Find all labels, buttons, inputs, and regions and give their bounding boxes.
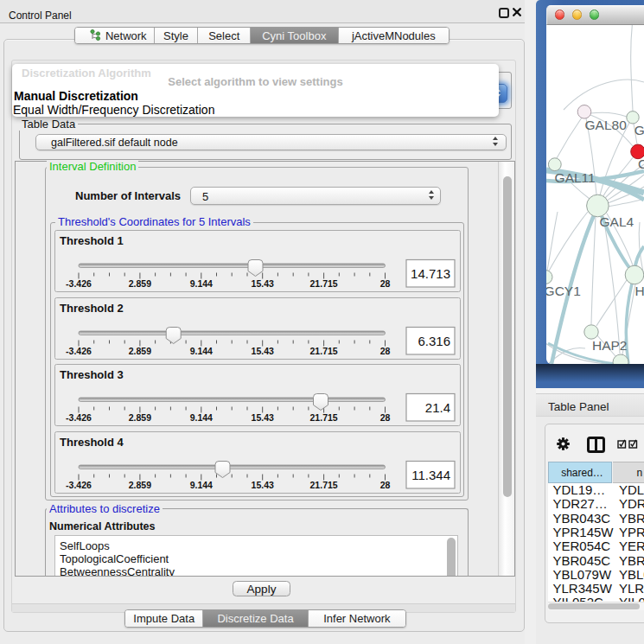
svg-text:Threshold 3: Threshold 3	[60, 368, 124, 381]
svg-text:21.715: 21.715	[310, 278, 338, 289]
svg-text:GCY1: GCY1	[546, 284, 581, 298]
svg-text:11.344: 11.344	[411, 467, 450, 481]
svg-text:GAL11: GAL11	[555, 170, 596, 185]
svg-text:2.859: 2.859	[129, 479, 151, 489]
svg-text:15.43: 15.43	[252, 412, 274, 423]
svg-text:GAL4: GAL4	[600, 214, 634, 229]
svg-text:Threshold 2: Threshold 2	[60, 302, 124, 315]
svg-text:2.859: 2.859	[129, 345, 151, 355]
svg-text:GAL80: GAL80	[585, 118, 628, 132]
svg-text:28: 28	[380, 278, 391, 289]
svg-text:28: 28	[380, 412, 391, 423]
svg-text:-3.426: -3.426	[66, 345, 92, 355]
svg-text:Threshold 1: Threshold 1	[60, 234, 124, 247]
svg-text:9.144: 9.144	[190, 345, 213, 355]
svg-text:15.43: 15.43	[252, 479, 274, 489]
svg-text:-3.426: -3.426	[66, 278, 92, 289]
svg-text:28: 28	[380, 479, 391, 489]
svg-text:9.144: 9.144	[190, 412, 213, 423]
svg-text:14.713: 14.713	[411, 266, 450, 281]
svg-text:HIS: HIS	[635, 284, 644, 298]
svg-text:21.715: 21.715	[310, 412, 338, 423]
svg-text:6.316: 6.316	[418, 333, 450, 348]
svg-text:-3.426: -3.426	[66, 479, 92, 489]
svg-text:HAP2: HAP2	[592, 338, 628, 353]
svg-text:15.43: 15.43	[252, 278, 274, 289]
svg-text:Threshold 4: Threshold 4	[60, 436, 124, 449]
svg-text:CDC: CDC	[638, 156, 644, 171]
svg-text:15.43: 15.43	[252, 345, 274, 355]
svg-text:-3.426: -3.426	[66, 412, 92, 423]
svg-text:9.144: 9.144	[190, 278, 213, 289]
svg-text:GAL3: GAL3	[634, 123, 644, 137]
svg-text:28: 28	[380, 345, 391, 355]
svg-text:21.715: 21.715	[310, 479, 338, 489]
svg-text:9.144: 9.144	[190, 479, 213, 489]
svg-text:2.859: 2.859	[129, 412, 151, 423]
svg-text:2.859: 2.859	[129, 278, 151, 289]
svg-text:21.4: 21.4	[425, 400, 450, 415]
svg-text:21.715: 21.715	[310, 345, 338, 355]
